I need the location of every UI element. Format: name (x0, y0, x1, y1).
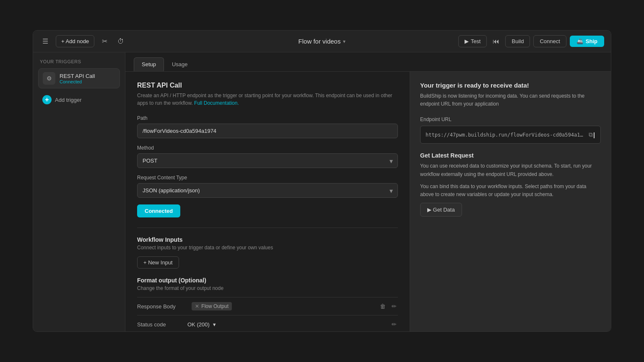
workflow-inputs-desc: Connect inputs to your trigger data or d… (137, 245, 398, 251)
get-data-label: ▶ Get Data (427, 207, 455, 213)
sp-title: Your trigger is ready to receive data! (420, 82, 601, 89)
add-node-button[interactable]: + Add node (56, 35, 94, 47)
trigger-status: Connected (60, 79, 95, 84)
get-latest-desc1: You can use received data to customize y… (420, 162, 601, 178)
response-body-row: Response Body ✕ Flow Output 🗑 ✏ (137, 297, 398, 315)
tag-x-icon: ✕ (195, 303, 199, 309)
play-icon: ▶ (465, 38, 469, 44)
endpoint-url: https://47pwm.buildship.run/flowForVideo… (426, 132, 584, 138)
divider-1 (137, 228, 398, 228)
topbar-right: ▶ Test ⏮ Build Connect 🚢 Ship (322, 35, 604, 48)
flow-title: Flow for videos (299, 38, 341, 45)
trigger-icon-gear: ⚙ (43, 72, 55, 85)
content-type-select[interactable]: JSON (application/json) Form Data Text (137, 183, 398, 198)
edit-response-button[interactable]: ✏ (390, 302, 398, 311)
status-code-actions: ✏ (390, 320, 398, 329)
form-section-title: REST API Call (137, 82, 398, 89)
main-layout: Your triggers ⚙ REST API Call Connected … (33, 52, 611, 331)
endpoint-label: Endpoint URL (420, 116, 601, 122)
connected-badge-button[interactable]: Connected (137, 204, 180, 217)
content-type-label: Request Content Type (137, 175, 398, 181)
add-circle-icon: + (42, 95, 52, 104)
method-select-wrapper: POST GET PUT DELETE ▾ (137, 153, 398, 168)
doc-link[interactable]: Full Documentation. (194, 100, 239, 106)
delete-response-button[interactable]: 🗑 (379, 302, 387, 311)
trigger-name: REST API Call (60, 73, 95, 79)
add-trigger-label: Add trigger (55, 97, 82, 103)
response-body-tag: ✕ Flow Output (192, 302, 232, 310)
get-latest-desc2: You can bind this data to your workflow … (420, 183, 601, 199)
workflow-inputs-title: Workflow Inputs (137, 236, 398, 243)
status-code-row: Status code OK (200) ▾ ✏ (137, 315, 398, 331)
status-code-label: Status code (137, 321, 187, 328)
add-node-label: + Add node (61, 38, 89, 44)
connect-button[interactable]: Connect (533, 35, 566, 47)
form-panel: REST API Call Create an API / HTTP endpo… (125, 72, 410, 331)
status-code-value: OK (200) ▾ (187, 321, 390, 328)
topbar: ☰ + Add node ✂ ⏱ Flow for videos ▾ ▶ Tes… (33, 31, 611, 52)
test-button[interactable]: ▶ Test (458, 35, 487, 47)
content-area: Setup Usage REST API Call Create an API … (125, 52, 611, 331)
form-section-desc: Create an API / HTTP endpoint as the tri… (137, 92, 398, 107)
copy-endpoint-button[interactable]: ⧉ (588, 130, 595, 139)
method-label: Method (137, 145, 398, 151)
endpoint-box: https://47pwm.buildship.run/flowForVideo… (420, 126, 601, 144)
format-title: Format output (Optional) (137, 277, 398, 284)
method-select[interactable]: POST GET PUT DELETE (137, 153, 398, 168)
get-data-button[interactable]: ▶ Get Data (420, 203, 462, 217)
sp-desc: BuildShip is now listening for incoming … (420, 92, 601, 108)
tabs-bar: Setup Usage (125, 52, 611, 72)
content-type-select-wrapper: JSON (application/json) Form Data Text ▾ (137, 183, 398, 198)
sidebar-section-title: Your triggers (38, 59, 120, 64)
history-button[interactable]: ⏮ (490, 35, 502, 48)
status-code-chevron-icon: ▾ (213, 321, 216, 328)
new-input-label: + New Input (143, 259, 173, 266)
tab-setup[interactable]: Setup (134, 57, 164, 71)
build-button[interactable]: Build (505, 35, 530, 47)
path-input[interactable] (137, 124, 398, 138)
response-body-value: ✕ Flow Output (192, 302, 374, 310)
trigger-item-rest-api[interactable]: ⚙ REST API Call Connected (38, 68, 120, 88)
new-input-button[interactable]: + New Input (137, 256, 179, 269)
cursor (594, 132, 595, 138)
two-panel: REST API Call Create an API / HTTP endpo… (125, 72, 611, 331)
side-panel: Your trigger is ready to receive data! B… (410, 72, 611, 331)
app-window: ☰ + Add node ✂ ⏱ Flow for videos ▾ ▶ Tes… (33, 30, 611, 332)
path-label: Path (137, 115, 398, 121)
sidebar: Your triggers ⚙ REST API Call Connected … (33, 52, 125, 331)
trigger-info: REST API Call Connected (60, 73, 95, 84)
ship-button[interactable]: 🚢 Ship (570, 36, 604, 47)
scissors-icon-button[interactable]: ✂ (99, 35, 110, 48)
topbar-left: ☰ + Add node ✂ ⏱ (40, 35, 322, 48)
tab-usage[interactable]: Usage (164, 57, 196, 71)
response-body-actions: 🗑 ✏ (379, 302, 398, 311)
ship-icon: 🚢 (576, 38, 583, 44)
format-desc: Change the format of your output node (137, 285, 398, 291)
topbar-center: Flow for videos ▾ (299, 38, 346, 45)
add-trigger-button[interactable]: + Add trigger (38, 92, 120, 108)
edit-status-button[interactable]: ✏ (390, 320, 398, 329)
menu-button[interactable]: ☰ (40, 35, 51, 48)
clock-icon-button[interactable]: ⏱ (115, 35, 127, 48)
get-latest-title: Get Latest Request (420, 152, 601, 159)
response-body-label: Response Body (137, 303, 187, 310)
chevron-down-icon: ▾ (343, 39, 345, 44)
